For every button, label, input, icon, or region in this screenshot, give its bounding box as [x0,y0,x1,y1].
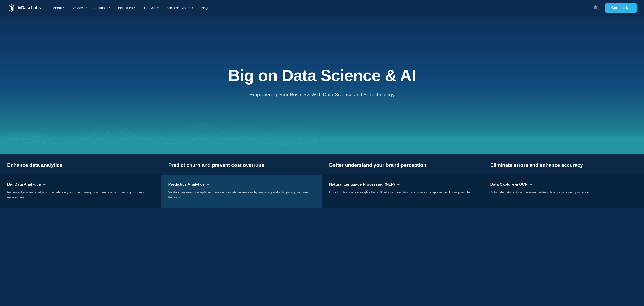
chevron-down-icon: ▾ [63,6,64,9]
nav-item-solutions[interactable]: Solutions▾ [91,4,114,11]
feature-card-2: Better understand your brand perception [322,154,483,175]
contact-button[interactable]: Contact Us [605,3,637,13]
hero-section: Big on Data Science & AI Empowering Your… [0,0,644,154]
hero-title: Big on Data Science & AI [228,67,416,85]
feature-card-title: Better understand your brand perception [329,162,476,168]
feature-card-title: Eliminate errors and enhance accuracy [490,162,637,168]
service-description: Implement efficient analytics to acceler… [7,190,154,200]
service-link-2[interactable]: Natural Language Processing (NLP) → [329,182,476,187]
service-card-3: Data Capture & OCR → Automate data tasks… [483,175,644,208]
logo-icon [7,4,16,12]
service-title: Predictive Analytics [168,182,205,187]
service-title: Natural Language Processing (NLP) [329,182,395,187]
service-link-1[interactable]: Predictive Analytics → [168,182,315,187]
arrow-right-icon: → [397,182,400,186]
nav-label: Blog [201,6,208,10]
feature-card-title: Predict churn and prevent cost overruns [168,162,315,168]
logo-text: InData Labs [18,5,41,10]
navbar: InData Labs About▾Services▾Solutions▾Ind… [0,0,644,16]
feature-card-1: Predict churn and prevent cost overruns [161,154,322,175]
search-button[interactable]: 🔍 [592,4,600,12]
nav-label: Industries [118,6,132,10]
nav-item-about[interactable]: About▾ [50,4,67,11]
nav-links: About▾Services▾Solutions▾Industries▾Use … [50,4,592,11]
nav-item-success-stories[interactable]: Success Stories▾ [164,4,196,11]
hero-content: Big on Data Science & AI Empowering Your… [219,49,425,121]
nav-item-blog[interactable]: Blog [198,4,211,11]
nav-label: Services [72,6,85,10]
chevron-down-icon: ▾ [86,6,87,9]
service-card-1: Predictive Analytics → Validate business… [161,175,322,208]
service-description: Unlock rich audience insights that will … [329,190,476,195]
nav-label: About [53,6,62,10]
cards-section: Enhance data analyticsPredict churn and … [0,154,644,175]
arrow-right-icon: → [206,182,210,186]
hero-subtitle: Empowering Your Business With Data Scien… [243,91,401,98]
service-description: Validate business concepts and provide c… [168,190,315,200]
chevron-down-icon: ▾ [192,6,193,9]
feature-card-3: Eliminate errors and enhance accuracy [483,154,644,175]
arrow-right-icon: → [43,182,46,186]
nav-item-services[interactable]: Services▾ [68,4,90,11]
logo[interactable]: InData Labs [7,4,41,12]
service-title: Data Capture & OCR [490,182,528,187]
service-link-3[interactable]: Data Capture & OCR → [490,182,637,187]
chevron-down-icon: ▾ [134,6,135,9]
service-card-2: Natural Language Processing (NLP) → Unlo… [322,175,483,208]
nav-label: Use Cases [142,6,159,10]
nav-label: Solutions [94,6,108,10]
nav-item-industries[interactable]: Industries▾ [115,4,138,11]
services-section: Big Data Analytics → Implement efficient… [0,175,644,208]
service-title: Big Data Analytics [7,182,41,187]
feature-card-title: Enhance data analytics [7,162,154,168]
nav-item-use-cases[interactable]: Use Cases [140,4,162,11]
nav-right: 🔍 Contact Us [592,3,637,13]
chevron-down-icon: ▾ [109,6,110,9]
arrow-right-icon: → [530,182,533,186]
nav-label: Success Stories [167,6,191,10]
search-icon: 🔍 [594,5,599,10]
service-description: Automate data tasks and ensure flawless … [490,190,637,195]
service-card-0: Big Data Analytics → Implement efficient… [0,175,161,208]
service-link-0[interactable]: Big Data Analytics → [7,182,154,187]
feature-card-0: Enhance data analytics [0,154,161,175]
